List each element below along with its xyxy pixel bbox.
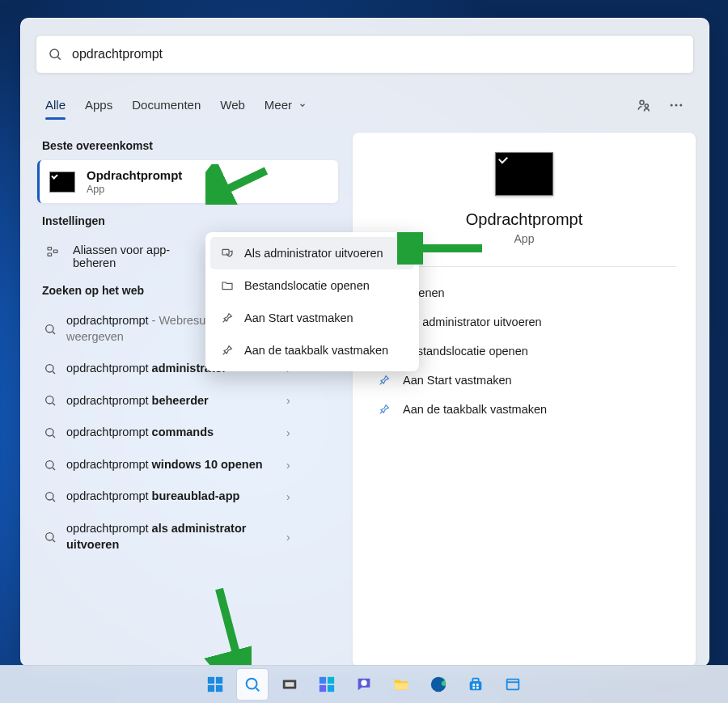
search-icon	[44, 323, 57, 336]
search-input[interactable]	[70, 46, 682, 62]
svg-rect-37	[208, 677, 214, 684]
svg-line-30	[223, 352, 226, 354]
pin-icon	[220, 344, 235, 357]
cmd-app-icon	[49, 172, 75, 193]
svg-rect-45	[320, 677, 326, 684]
search-icon	[44, 490, 57, 503]
taskbar-taskview-button[interactable]	[274, 669, 305, 700]
store-icon	[467, 675, 485, 693]
web-result[interactable]: opdrachtprompt beheerder›	[34, 385, 341, 417]
search-icon	[44, 362, 57, 375]
taskbar-store-button[interactable]	[460, 669, 491, 700]
svg-rect-46	[328, 677, 334, 684]
svg-point-3	[645, 104, 648, 107]
taskbar	[0, 665, 728, 703]
svg-line-19	[53, 468, 55, 470]
search-icon	[44, 394, 57, 407]
svg-line-15	[53, 403, 55, 405]
preview-pane: Opdrachtprompt App OpenenAls administrat…	[353, 133, 696, 667]
search-box[interactable]	[36, 35, 694, 74]
account-switch-icon[interactable]	[636, 97, 652, 113]
preview-action-label: Aan de taakbalk vastmaken	[403, 403, 547, 416]
preview-app-icon	[495, 152, 553, 196]
svg-rect-47	[320, 685, 326, 692]
taskbar-widgets-button[interactable]	[311, 669, 342, 700]
best-match-title: Opdrachtprompt	[87, 168, 182, 182]
pin-icon	[220, 311, 235, 324]
svg-line-26	[380, 382, 383, 384]
svg-point-5	[675, 104, 678, 106]
taskbar-chat-button[interactable]	[349, 669, 379, 700]
more-icon[interactable]	[668, 97, 684, 113]
preview-action-label: Bestandslocatie openen	[403, 345, 528, 358]
widgets-icon	[318, 675, 336, 693]
svg-rect-40	[216, 685, 222, 692]
web-result[interactable]: opdrachtprompt windows 10 openen›	[34, 449, 341, 481]
web-result[interactable]: opdrachtprompt commands›	[34, 417, 341, 449]
context-menu-item[interactable]: Bestandslocatie openen	[210, 269, 414, 302]
settings-item-label: Aliassen voor app-beheren	[73, 244, 186, 269]
context-menu-label: Aan de taakbalk vastmaken	[244, 344, 388, 357]
svg-point-49	[361, 680, 366, 686]
chevron-right-icon: ›	[286, 394, 290, 407]
chevron-right-icon: ›	[286, 426, 290, 439]
search-icon	[44, 531, 57, 544]
svg-line-21	[53, 499, 55, 502]
chevron-right-icon: ›	[286, 459, 290, 472]
svg-line-32	[215, 171, 266, 195]
taskbar-app-button[interactable]	[497, 669, 528, 700]
svg-rect-44	[286, 682, 294, 687]
context-menu-item[interactable]: Aan de taakbalk vastmaken	[210, 334, 414, 366]
search-icon	[44, 459, 57, 472]
preview-action[interactable]: Aan Start vastmaken	[372, 366, 676, 395]
svg-point-14	[46, 396, 53, 404]
search-icon	[44, 426, 57, 439]
annotation-arrow-1	[205, 164, 270, 205]
tab-web[interactable]: Web	[220, 91, 245, 118]
preview-title: Opdrachtprompt	[466, 210, 583, 229]
section-best-match: Beste overeenkomst	[42, 139, 333, 152]
search-panel: Alle Apps Documenten Web Meer Beste over…	[20, 18, 709, 667]
taskview-icon	[281, 675, 298, 693]
chat-icon	[355, 675, 373, 693]
window-icon	[504, 675, 522, 693]
taskbar-search-button[interactable]	[237, 669, 268, 700]
taskbar-start-button[interactable]	[200, 669, 231, 700]
svg-point-6	[679, 104, 682, 106]
svg-rect-28	[222, 249, 229, 255]
svg-line-29	[223, 320, 226, 322]
web-result[interactable]: opdrachtprompt als administrator uitvoer…	[34, 513, 341, 561]
tab-docs[interactable]: Documenten	[132, 91, 201, 118]
context-menu-item[interactable]: Aan Start vastmaken	[210, 302, 414, 334]
filter-tabs: Alle Apps Documenten Web Meer	[21, 83, 709, 118]
svg-rect-57	[476, 687, 479, 689]
taskbar-edge-button[interactable]	[423, 669, 454, 700]
web-result[interactable]: opdrachtprompt bureaublad-app›	[34, 481, 341, 513]
context-menu-label: Aan Start vastmaken	[244, 311, 353, 324]
search-icon	[243, 675, 261, 693]
svg-line-1	[57, 57, 60, 59]
taskbar-explorer-button[interactable]	[386, 669, 417, 700]
windows-icon	[206, 675, 224, 693]
svg-point-4	[671, 104, 673, 106]
svg-point-2	[640, 100, 644, 104]
annotation-arrow-3	[203, 585, 252, 667]
chevron-down-icon	[298, 101, 307, 109]
explorer-icon	[392, 675, 411, 693]
svg-line-13	[53, 371, 55, 374]
svg-rect-56	[472, 687, 475, 689]
tab-apps[interactable]: Apps	[85, 91, 112, 118]
preview-action[interactable]: Aan de taakbalk vastmaken	[372, 395, 676, 424]
pin-icon	[377, 403, 392, 416]
tab-all[interactable]: Alle	[45, 91, 66, 118]
tab-more[interactable]: Meer	[265, 91, 307, 118]
context-menu-item[interactable]: Als administrator uitvoeren	[210, 237, 414, 269]
svg-point-16	[46, 429, 53, 436]
svg-rect-54	[472, 684, 475, 686]
svg-rect-9	[53, 250, 57, 252]
context-menu-label: Als administrator uitvoeren	[244, 247, 383, 260]
svg-point-12	[46, 365, 53, 372]
best-match-item[interactable]: Opdrachtprompt App	[37, 160, 338, 203]
alias-icon	[46, 245, 59, 258]
chevron-right-icon: ›	[286, 531, 290, 544]
